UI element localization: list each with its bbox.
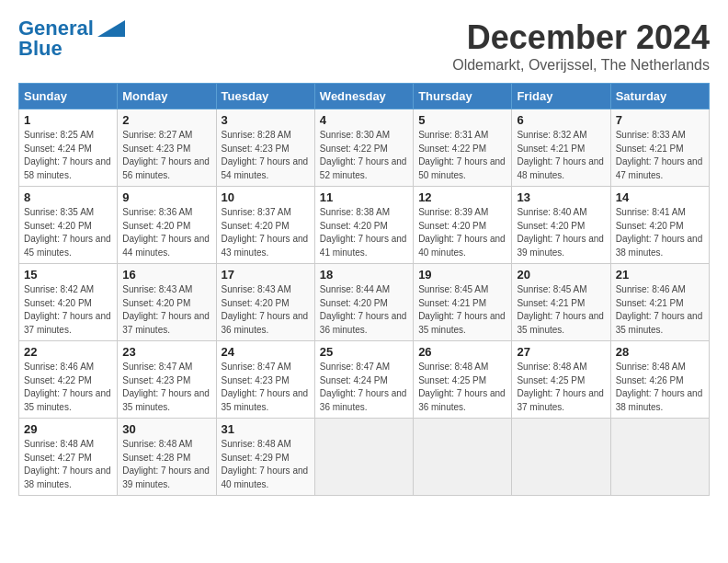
day-number: 12 — [418, 190, 506, 204]
day-info: Sunrise: 8:25 AMSunset: 4:24 PMDaylight:… — [24, 130, 111, 180]
table-row: 26 Sunrise: 8:48 AMSunset: 4:25 PMDaylig… — [414, 341, 512, 419]
day-info: Sunrise: 8:32 AMSunset: 4:21 PMDaylight:… — [517, 130, 604, 180]
day-info: Sunrise: 8:33 AMSunset: 4:21 PMDaylight:… — [616, 130, 703, 180]
day-number: 10 — [222, 190, 310, 204]
day-info: Sunrise: 8:48 AMSunset: 4:27 PMDaylight:… — [24, 439, 111, 489]
day-info: Sunrise: 8:47 AMSunset: 4:23 PMDaylight:… — [222, 362, 309, 412]
table-row — [610, 419, 709, 496]
day-number: 26 — [418, 345, 506, 359]
table-row: 27 Sunrise: 8:48 AMSunset: 4:25 PMDaylig… — [512, 341, 610, 419]
day-info: Sunrise: 8:31 AMSunset: 4:22 PMDaylight:… — [418, 130, 506, 180]
calendar-week-row: 15 Sunrise: 8:42 AMSunset: 4:20 PMDaylig… — [19, 264, 710, 341]
page-header: General Blue December 2024 Oldemarkt, Ov… — [18, 18, 710, 74]
table-row: 19 Sunrise: 8:45 AMSunset: 4:21 PMDaylig… — [414, 264, 512, 341]
location-subtitle: Oldemarkt, Overijssel, The Netherlands — [452, 57, 710, 74]
table-row: 23 Sunrise: 8:47 AMSunset: 4:23 PMDaylig… — [118, 341, 216, 419]
table-row: 29 Sunrise: 8:48 AMSunset: 4:27 PMDaylig… — [19, 419, 118, 496]
day-info: Sunrise: 8:39 AMSunset: 4:20 PMDaylight:… — [418, 207, 506, 258]
table-row: 5 Sunrise: 8:31 AMSunset: 4:22 PMDayligh… — [414, 109, 512, 187]
day-info: Sunrise: 8:47 AMSunset: 4:24 PMDaylight:… — [320, 362, 407, 412]
day-number: 18 — [320, 268, 408, 282]
col-sunday: Sunday — [19, 84, 118, 109]
table-row — [414, 419, 512, 496]
table-row: 1 Sunrise: 8:25 AMSunset: 4:24 PMDayligh… — [19, 109, 118, 187]
table-row: 15 Sunrise: 8:42 AMSunset: 4:20 PMDaylig… — [19, 264, 118, 341]
day-number: 11 — [320, 190, 408, 204]
table-row: 2 Sunrise: 8:27 AMSunset: 4:23 PMDayligh… — [118, 109, 216, 187]
day-number: 22 — [24, 345, 112, 359]
table-row: 13 Sunrise: 8:40 AMSunset: 4:20 PMDaylig… — [512, 187, 610, 264]
svg-marker-0 — [97, 20, 125, 37]
day-number: 14 — [616, 190, 704, 204]
table-row: 21 Sunrise: 8:46 AMSunset: 4:21 PMDaylig… — [610, 264, 709, 341]
table-row: 7 Sunrise: 8:33 AMSunset: 4:21 PMDayligh… — [610, 109, 709, 187]
day-info: Sunrise: 8:43 AMSunset: 4:20 PMDaylight:… — [122, 284, 210, 335]
day-number: 16 — [122, 268, 210, 282]
day-info: Sunrise: 8:46 AMSunset: 4:21 PMDaylight:… — [616, 284, 703, 335]
calendar-header-row: Sunday Monday Tuesday Wednesday Thursday… — [19, 84, 710, 109]
table-row: 30 Sunrise: 8:48 AMSunset: 4:28 PMDaylig… — [118, 419, 216, 496]
table-row: 17 Sunrise: 8:43 AMSunset: 4:20 PMDaylig… — [216, 264, 314, 341]
day-number: 9 — [122, 190, 210, 204]
day-info: Sunrise: 8:47 AMSunset: 4:23 PMDaylight:… — [122, 362, 210, 412]
day-info: Sunrise: 8:43 AMSunset: 4:20 PMDaylight:… — [222, 284, 309, 335]
day-number: 29 — [24, 422, 112, 436]
day-info: Sunrise: 8:42 AMSunset: 4:20 PMDaylight:… — [24, 284, 111, 335]
table-row — [512, 419, 610, 496]
table-row: 20 Sunrise: 8:45 AMSunset: 4:21 PMDaylig… — [512, 264, 610, 341]
day-number: 7 — [616, 113, 704, 127]
col-wednesday: Wednesday — [314, 84, 413, 109]
day-number: 1 — [24, 113, 112, 127]
calendar-week-row: 29 Sunrise: 8:48 AMSunset: 4:27 PMDaylig… — [19, 419, 710, 496]
col-saturday: Saturday — [610, 84, 709, 109]
month-title: December 2024 — [452, 18, 710, 57]
day-number: 8 — [24, 190, 112, 204]
day-info: Sunrise: 8:36 AMSunset: 4:20 PMDaylight:… — [122, 207, 210, 258]
day-number: 15 — [24, 268, 112, 282]
day-info: Sunrise: 8:44 AMSunset: 4:20 PMDaylight:… — [320, 284, 407, 335]
day-info: Sunrise: 8:38 AMSunset: 4:20 PMDaylight:… — [320, 207, 407, 258]
col-friday: Friday — [512, 84, 610, 109]
table-row: 18 Sunrise: 8:44 AMSunset: 4:20 PMDaylig… — [314, 264, 413, 341]
day-info: Sunrise: 8:37 AMSunset: 4:20 PMDaylight:… — [222, 207, 309, 258]
calendar-week-row: 8 Sunrise: 8:35 AMSunset: 4:20 PMDayligh… — [19, 187, 710, 264]
calendar-week-row: 1 Sunrise: 8:25 AMSunset: 4:24 PMDayligh… — [19, 109, 710, 187]
col-monday: Monday — [118, 84, 216, 109]
day-number: 31 — [222, 422, 310, 436]
day-number: 19 — [418, 268, 506, 282]
day-info: Sunrise: 8:48 AMSunset: 4:25 PMDaylight:… — [517, 362, 604, 412]
calendar-week-row: 22 Sunrise: 8:46 AMSunset: 4:22 PMDaylig… — [19, 341, 710, 419]
table-row: 11 Sunrise: 8:38 AMSunset: 4:20 PMDaylig… — [314, 187, 413, 264]
day-info: Sunrise: 8:35 AMSunset: 4:20 PMDaylight:… — [24, 207, 111, 258]
day-number: 21 — [616, 268, 704, 282]
day-number: 28 — [616, 345, 704, 359]
title-block: December 2024 Oldemarkt, Overijssel, The… — [452, 18, 710, 74]
table-row: 25 Sunrise: 8:47 AMSunset: 4:24 PMDaylig… — [314, 341, 413, 419]
table-row: 14 Sunrise: 8:41 AMSunset: 4:20 PMDaylig… — [610, 187, 709, 264]
table-row: 24 Sunrise: 8:47 AMSunset: 4:23 PMDaylig… — [216, 341, 314, 419]
day-number: 20 — [517, 268, 605, 282]
calendar-table: Sunday Monday Tuesday Wednesday Thursday… — [18, 83, 710, 496]
day-info: Sunrise: 8:48 AMSunset: 4:29 PMDaylight:… — [222, 439, 309, 489]
day-info: Sunrise: 8:27 AMSunset: 4:23 PMDaylight:… — [122, 130, 210, 180]
table-row: 22 Sunrise: 8:46 AMSunset: 4:22 PMDaylig… — [19, 341, 118, 419]
day-info: Sunrise: 8:41 AMSunset: 4:20 PMDaylight:… — [616, 207, 703, 258]
day-number: 25 — [320, 345, 408, 359]
day-number: 27 — [517, 345, 605, 359]
day-info: Sunrise: 8:48 AMSunset: 4:25 PMDaylight:… — [418, 362, 506, 412]
table-row: 28 Sunrise: 8:48 AMSunset: 4:26 PMDaylig… — [610, 341, 709, 419]
table-row: 10 Sunrise: 8:37 AMSunset: 4:20 PMDaylig… — [216, 187, 314, 264]
table-row: 12 Sunrise: 8:39 AMSunset: 4:20 PMDaylig… — [414, 187, 512, 264]
day-number: 30 — [122, 422, 210, 436]
col-tuesday: Tuesday — [216, 84, 314, 109]
table-row: 6 Sunrise: 8:32 AMSunset: 4:21 PMDayligh… — [512, 109, 610, 187]
day-info: Sunrise: 8:45 AMSunset: 4:21 PMDaylight:… — [418, 284, 506, 335]
day-info: Sunrise: 8:48 AMSunset: 4:26 PMDaylight:… — [616, 362, 703, 412]
day-number: 17 — [222, 268, 310, 282]
day-info: Sunrise: 8:28 AMSunset: 4:23 PMDaylight:… — [222, 130, 309, 180]
table-row: 9 Sunrise: 8:36 AMSunset: 4:20 PMDayligh… — [118, 187, 216, 264]
day-number: 3 — [222, 113, 310, 127]
table-row — [314, 419, 413, 496]
table-row: 16 Sunrise: 8:43 AMSunset: 4:20 PMDaylig… — [118, 264, 216, 341]
logo-text: General — [18, 18, 94, 39]
